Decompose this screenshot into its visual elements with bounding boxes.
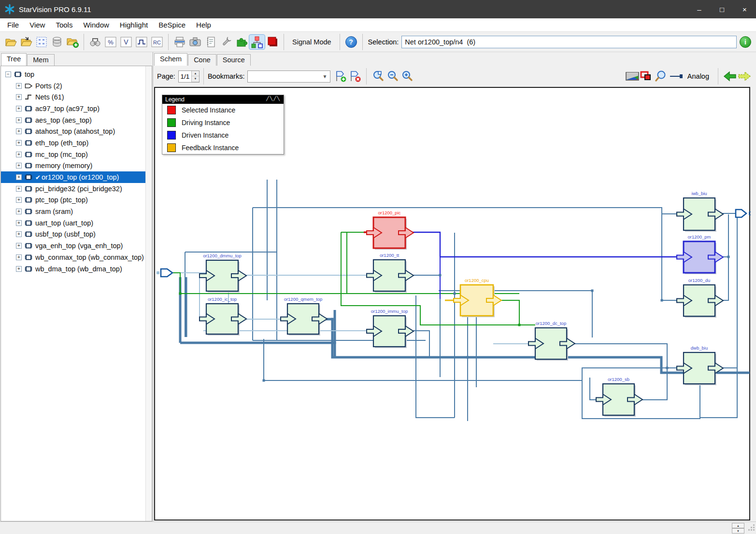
netlist-view-icon[interactable] xyxy=(34,35,49,49)
tree-item-wb_dma_top[interactable]: +wb_dma_top (wb_dma_top) xyxy=(1,263,152,275)
page-up-icon[interactable]: ▲ xyxy=(192,71,199,77)
close-button-icon[interactable]: × xyxy=(733,0,756,18)
tree-item-wb_conmax_top[interactable]: +wb_conmax_top (wb_conmax_top) xyxy=(1,252,152,263)
instance-or1200_pic[interactable]: or1200_pic xyxy=(367,210,414,250)
report-icon[interactable] xyxy=(203,35,218,49)
tab-schem[interactable]: Schem xyxy=(154,53,187,66)
zoom-out-icon[interactable] xyxy=(385,70,399,83)
tree-scrollbar[interactable] xyxy=(145,66,152,521)
instance-or1200_pm[interactable]: or1200_pm xyxy=(677,234,723,274)
expand-icon[interactable]: + xyxy=(16,163,22,169)
analog-button[interactable]: Analog xyxy=(687,72,709,80)
camera-icon[interactable] xyxy=(187,35,203,49)
output-port[interactable] xyxy=(736,210,746,217)
plugin-icon[interactable] xyxy=(234,35,249,49)
expand-icon[interactable]: + xyxy=(16,197,22,203)
zoom-fit-icon[interactable] xyxy=(371,70,385,83)
expand-icon[interactable]: + xyxy=(16,117,22,123)
database-icon[interactable] xyxy=(49,35,65,49)
instance-dwb_biu[interactable]: dwb_biu xyxy=(677,345,723,385)
instance-or1200_sb[interactable]: or1200_sb xyxy=(596,377,642,417)
selection-input[interactable] xyxy=(401,36,737,48)
expand-icon[interactable]: + xyxy=(16,254,22,260)
menu-item-highlight[interactable]: Highlight xyxy=(114,19,153,30)
expand-icon[interactable]: + xyxy=(16,186,22,192)
tree-item-uart_top[interactable]: +uart_top (uart_top) xyxy=(1,217,152,229)
forward-icon[interactable] xyxy=(737,70,751,83)
menu-item-tools[interactable]: Tools xyxy=(50,19,78,30)
page-spinner[interactable]: 1/1 ▲▼ xyxy=(178,70,200,83)
add-folder-icon[interactable] xyxy=(65,35,80,49)
menu-item-bespice[interactable]: BeSpice xyxy=(153,19,191,30)
wrench-icon[interactable] xyxy=(218,35,234,49)
minimize-button-icon[interactable]: – xyxy=(688,0,711,18)
tab-source[interactable]: Source xyxy=(217,54,251,66)
expand-icon[interactable]: + xyxy=(16,243,22,249)
instance-or1200_qmem_top[interactable]: or1200_qmem_top xyxy=(281,296,327,336)
signal-mode-button[interactable]: Signal Mode xyxy=(287,38,336,46)
expand-icon[interactable]: + xyxy=(16,140,22,146)
maximize-button-icon[interactable]: □ xyxy=(711,0,733,18)
tree-item-atahost_top[interactable]: +atahost_top (atahost_top) xyxy=(1,126,152,137)
image-export-icon[interactable] xyxy=(625,70,639,83)
tree-item-mc_top[interactable]: +mc_top (mc_top) xyxy=(1,149,152,160)
resize-grip[interactable] xyxy=(748,524,755,533)
tree-item-or1200_top[interactable]: +✔or1200_top (or1200_top) xyxy=(1,171,152,183)
tree-item-nets[interactable]: +Nets (61) xyxy=(1,91,152,103)
legend-box[interactable]: Legend ╱╲╱╲ Selected InstanceDriving Ins… xyxy=(162,95,284,155)
open-folder-icon[interactable] xyxy=(3,35,18,49)
probe-icon[interactable] xyxy=(668,70,683,83)
instance-or1200_tt[interactable]: or1200_tt xyxy=(367,253,414,293)
menu-item-file[interactable]: File xyxy=(2,19,24,30)
expand-icon[interactable]: + xyxy=(16,266,22,272)
bookmarks-combobox[interactable]: ▼ xyxy=(247,70,330,83)
hierarchy-icon[interactable] xyxy=(249,35,265,49)
tree-item-ptc_top[interactable]: +ptc_top (ptc_top) xyxy=(1,195,152,206)
expand-icon[interactable]: + xyxy=(16,231,22,237)
import-design-icon[interactable] xyxy=(18,35,34,49)
back-icon[interactable] xyxy=(722,70,737,83)
menu-item-window[interactable]: Window xyxy=(78,19,114,30)
expand-icon[interactable]: + xyxy=(16,209,22,214)
rc-display-icon[interactable]: RC xyxy=(149,35,165,49)
find-binoculars-icon[interactable] xyxy=(87,35,103,49)
collapse-icon[interactable]: − xyxy=(5,71,11,77)
tree-item-ac97_top[interactable]: +ac97_top (ac97_top) xyxy=(1,103,152,114)
expand-icon[interactable]: + xyxy=(16,220,22,226)
legend-title-bar[interactable]: Legend ╱╲╱╲ xyxy=(162,95,284,104)
tree-item-memory[interactable]: +memory (memory) xyxy=(1,160,152,172)
tree-item-eth_top[interactable]: +eth_top (eth_top) xyxy=(1,137,152,149)
status-spinner[interactable]: ▲▼ xyxy=(732,523,744,534)
expand-icon[interactable]: + xyxy=(16,174,22,180)
stop-icon[interactable] xyxy=(265,35,280,49)
tab-tree[interactable]: Tree xyxy=(1,53,27,66)
zoom-in-icon[interactable] xyxy=(399,70,414,83)
instance-or1200_dmmu_top[interactable]: or1200_dmmu_top xyxy=(200,253,246,293)
page-down-icon[interactable]: ▼ xyxy=(192,76,199,82)
expand-icon[interactable]: + xyxy=(16,94,22,100)
menu-item-help[interactable]: Help xyxy=(191,19,216,30)
schematic-canvas[interactable]: Legend ╱╲╱╲ Selected InstanceDriving Ins… xyxy=(154,87,750,520)
expand-icon[interactable]: + xyxy=(16,106,22,112)
voltage-display-icon[interactable]: V xyxy=(118,35,134,49)
instance-or1200_cpu[interactable]: or1200_cpu xyxy=(454,278,501,317)
instance-or1200_dc_top[interactable]: or1200_dc_top xyxy=(528,321,575,361)
expand-icon[interactable]: + xyxy=(16,152,22,157)
info-icon[interactable]: i xyxy=(740,36,751,48)
input-port[interactable] xyxy=(161,269,172,277)
tree-item-aes_top[interactable]: +aes_top (aes_top) xyxy=(1,114,152,126)
percent-display-icon[interactable]: % xyxy=(103,35,118,49)
tree-item-usbf_top[interactable]: +usbf_top (usbf_top) xyxy=(1,229,152,240)
instance-or1200_ic_top[interactable]: or1200_ic_top xyxy=(200,296,246,336)
pulse-display-icon[interactable] xyxy=(134,35,149,49)
tree-item-sram[interactable]: +sram (sram) xyxy=(1,206,152,217)
tree-item-ports[interactable]: +Ports (2) xyxy=(1,80,152,92)
help-icon[interactable]: ? xyxy=(345,36,357,48)
tree-root-item[interactable]: −top xyxy=(1,69,152,80)
instance-or1200_immu_top[interactable]: or1200_immu_top xyxy=(367,309,414,348)
bookmark-delete-icon[interactable] xyxy=(348,70,362,83)
menu-item-view[interactable]: View xyxy=(24,19,50,30)
tree-item-vga_enh_top[interactable]: +vga_enh_top (vga_enh_top) xyxy=(1,240,152,252)
expand-icon[interactable]: + xyxy=(16,128,22,134)
instance-iwb_biu[interactable]: iwb_biu xyxy=(677,191,723,232)
